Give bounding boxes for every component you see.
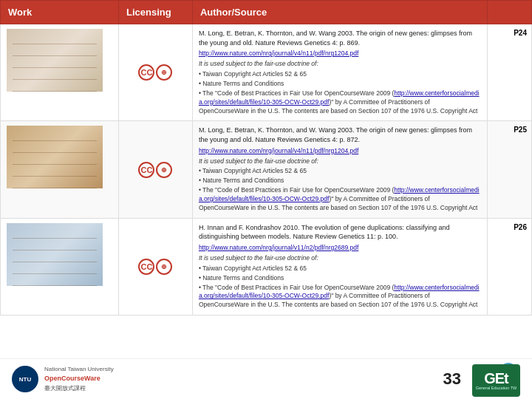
bullet-url[interactable]: http://www.centerforsocialmedia.org/site… (199, 284, 480, 300)
source-url[interactable]: http://www.nature.com/nrg/journal/v4/n11… (199, 50, 358, 57)
bottom-bar: NTU National Taiwan University OpenCours… (0, 358, 532, 399)
chart-image (7, 29, 103, 92)
source-url[interactable]: http://www.nature.com/nrg/journal/v11/n2… (199, 244, 358, 251)
source-title: M. Long, E. Betran, K. Thornton, and W. … (199, 29, 481, 47)
source-title: M. Long, E. Betran, K. Thornton, and W. … (199, 126, 481, 144)
bullet-line: • The "Code of Best Practices in Fair Us… (199, 186, 481, 213)
chart-image (7, 126, 103, 188)
table-header-row: Work Licensing Author/Source (1, 1, 532, 24)
ocw-line: OpenCourseWare (44, 374, 114, 384)
bullet-line: • Nature Terms and Conditions (199, 80, 481, 89)
col-licensing: Licensing (118, 1, 192, 24)
ntu-logo: NTU (12, 366, 38, 392)
italic-line: It is used subject to the fair-use doctr… (199, 60, 481, 69)
source-cell: H. Innan and F. Kondrashov 2010. The evo… (192, 218, 487, 315)
cc-by-symbol: ⊕ (156, 162, 172, 178)
col-source: Author/Source (192, 1, 487, 24)
bullet-line: • Nature Terms and Conditions (199, 177, 481, 185)
italic-line: It is used subject to the fair-use doctr… (199, 254, 481, 263)
page-cell: P25 (488, 121, 532, 218)
cc-symbol: CC (138, 259, 154, 275)
italic-line: It is used subject to the fair-use doctr… (199, 157, 481, 166)
bullet-line: • Nature Terms and Conditions (199, 274, 481, 283)
license-cell: CC⊕ (118, 24, 192, 121)
cc-symbol: CC (138, 162, 154, 178)
ntu-text-block: National Taiwan University OpenCourseWar… (44, 365, 114, 393)
work-image (7, 29, 103, 92)
work-image (7, 223, 103, 286)
cc-by-symbol: ⊕ (156, 259, 172, 275)
page-number: 33 (443, 369, 461, 389)
bullet-line: • The "Code of Best Practices in Fair Us… (199, 89, 481, 116)
chart-image (7, 223, 103, 286)
get-badge-bg: GEt General Education TW (472, 364, 520, 397)
cc-symbol: CC (138, 64, 154, 81)
bullet-line: • Taiwan Copyright Act Articles 52 & 65 (199, 70, 481, 79)
source-cell: M. Long, E. Betran, K. Thornton, and W. … (192, 121, 487, 218)
source-cell: M. Long, E. Betran, K. Thornton, and W. … (192, 24, 487, 121)
get-badge: GEt General Education TW (468, 361, 520, 397)
get-logo-area: 33 GEt General Education TW (443, 361, 520, 397)
bullet-line: • Taiwan Copyright Act Articles 52 & 65 (199, 265, 481, 273)
work-image (7, 126, 103, 188)
cc-icon: CC⊕ (138, 259, 172, 275)
bullet-url[interactable]: http://www.centerforsocialmedia.org/site… (199, 186, 480, 202)
table-row: CC⊕H. Innan and F. Kondrashov 2010. The … (1, 218, 532, 315)
cc-icon: CC⊕ (138, 162, 172, 178)
col-page (488, 1, 532, 24)
cc-icon: CC⊕ (138, 64, 172, 81)
col-work: Work (1, 1, 119, 24)
license-cell: CC⊕ (118, 218, 192, 315)
main-container: Work Licensing Author/Source CC⊕M. Long,… (0, 0, 532, 316)
work-cell (1, 218, 119, 315)
table-row: CC⊕M. Long, E. Betran, K. Thornton, and … (1, 24, 532, 121)
work-cell (1, 24, 119, 121)
bullet-line: • Taiwan Copyright Act Articles 52 & 65 (199, 167, 481, 176)
page-cell: P24 (488, 24, 532, 121)
source-title: H. Innan and F. Kondrashov 2010. The evo… (199, 223, 481, 242)
license-cell: CC⊕ (118, 121, 192, 218)
bullet-line: • The "Code of Best Practices in Fair Us… (199, 284, 481, 310)
cc-by-symbol: ⊕ (156, 64, 172, 81)
page-cell: P26 (488, 218, 532, 315)
source-url[interactable]: http://www.nature.com/nrg/journal/v4/n11… (199, 147, 358, 154)
ntu-line1: National Taiwan University (44, 365, 114, 374)
ntu-logo-area: NTU National Taiwan University OpenCours… (12, 365, 114, 393)
table-row: CC⊕M. Long, E. Betran, K. Thornton, and … (1, 121, 532, 218)
bullet-url[interactable]: http://www.centerforsocialmedia.org/site… (199, 89, 480, 106)
get-text: GEt (484, 371, 508, 386)
content-table: Work Licensing Author/Source CC⊕M. Long,… (0, 0, 532, 316)
tw-line: 臺大開放式課程 (44, 384, 114, 393)
get-sub: General Education TW (476, 386, 517, 391)
work-cell (1, 121, 119, 218)
